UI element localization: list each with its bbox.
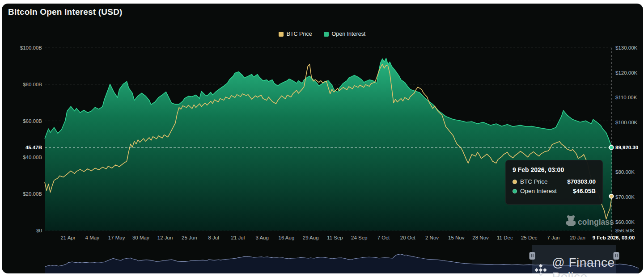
y-axis-left-label: $80.00B [11, 81, 42, 88]
y-axis-left-label: $100.00B [11, 45, 42, 51]
current-btc-price-label: 89,920.30 [615, 144, 644, 151]
legend-label-open-interest: Open Interest [332, 31, 366, 37]
y-axis-right-label: $56.50K [615, 227, 644, 234]
y-axis-left-label: $0 [11, 227, 42, 234]
legend-item-open-interest[interactable]: Open Interest [324, 31, 366, 37]
finance-police-text: @ Finance Police [552, 256, 644, 277]
tooltip-label-open-interest: Open Interest [520, 188, 557, 194]
tooltip: 9 Feb 2026, 03:00 BTC Price $70303.00 Op… [505, 160, 603, 205]
tooltip-value-btc-price: $70303.00 [567, 178, 596, 185]
y-axis-right-label: $120.00K [615, 70, 644, 76]
open-interest-swatch-icon [324, 32, 329, 37]
tooltip-label-btc-price: BTC Price [520, 178, 548, 185]
btc-price-endpoint-dot [610, 194, 614, 198]
binance-diamond-icon [533, 261, 548, 277]
legend: BTC Price Open Interest [0, 31, 644, 37]
open-interest-endpoint-dot [610, 146, 614, 150]
y-axis-right-label: $110.00K [615, 94, 644, 101]
open-interest-dot-icon [513, 189, 517, 193]
tooltip-title: 9 Feb 2026, 03:00 [513, 166, 596, 173]
page-title: Bitcoin Open Interest (USD) [8, 7, 123, 17]
finance-police-watermark: @ Finance Police [533, 256, 644, 277]
page: coinglass Bitcoin Open Interest (USD) BT… [0, 0, 644, 277]
btc-price-dot-icon [513, 180, 517, 184]
y-axis-left-label: $40.00B [11, 154, 42, 160]
current-open-interest-label: 45.47B [11, 144, 42, 151]
y-axis-right-label: $60.00K [615, 219, 644, 225]
y-axis-right-label: $80.00K [615, 169, 644, 175]
tooltip-row-btc-price: BTC Price $70303.00 [513, 178, 596, 185]
y-axis-right-label: $130.00K [615, 45, 644, 51]
y-axis-left-label: $20.00B [11, 191, 42, 197]
svg-text:coinglass: coinglass [578, 218, 614, 227]
y-axis-left-label: $60.00B [11, 118, 42, 124]
tooltip-value-open-interest: $46.05B [573, 188, 596, 194]
tooltip-row-open-interest: Open Interest $46.05B [513, 188, 596, 194]
open-interest-area [45, 58, 612, 231]
x-axis-last-label: 9 Feb 2026, 03:00 [589, 235, 639, 240]
legend-item-btc-price[interactable]: BTC Price [279, 31, 312, 37]
y-axis-right-label: $100.00K [615, 119, 644, 126]
btc-price-swatch-icon [279, 32, 284, 37]
legend-label-btc-price: BTC Price [287, 31, 312, 37]
y-axis-right-label: $70.00K [615, 194, 644, 200]
